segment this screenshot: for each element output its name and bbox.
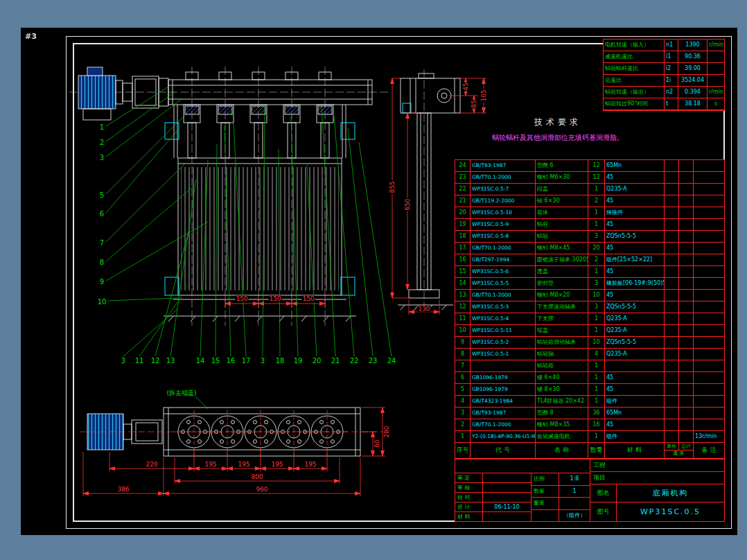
bom-cell-code: WP31SC.0.5-3 bbox=[471, 301, 536, 313]
dimension-label: 150 bbox=[301, 296, 315, 302]
bom-cell-total-weight bbox=[679, 254, 694, 265]
bom-cell-material: Q235-A bbox=[605, 349, 665, 360]
bom-cell-no: 7 bbox=[455, 360, 471, 371]
parameter-name: 蜗轮蜗杆速比 bbox=[604, 63, 665, 74]
bom-cell-total-weight bbox=[679, 431, 694, 442]
bom-cell-qty: 1 bbox=[588, 384, 605, 395]
bom-header-row: 序号 代 号 名 称 数量 材 料 单件 总计 重 量 备 注 bbox=[455, 443, 724, 458]
bom-row: 22 WP31SC.0.5-7 闷盖 1 Q235-A bbox=[455, 184, 724, 195]
parameter-unit: r/min bbox=[708, 87, 724, 98]
bom-cell-material: 组件[25×52×22] bbox=[605, 254, 665, 265]
bom-cell-total-weight bbox=[679, 290, 694, 301]
bom-cell-no: 16 bbox=[455, 254, 471, 265]
bom-cell-code: GB/T70.1-2000 bbox=[471, 243, 536, 254]
bom-row: 21 GB/T119.2-2000 销 6×30 2 45 bbox=[455, 195, 724, 207]
bom-cell-qty: 36 bbox=[588, 408, 605, 419]
bom-cell-material: 橡胶板[06-19#:9(50)50-4] bbox=[605, 278, 665, 289]
parameter-name: 总速比 bbox=[604, 75, 665, 86]
bom-cell-material: Q235-A bbox=[605, 184, 665, 195]
bom-header-total-weight: 总计 bbox=[679, 443, 693, 450]
parameter-unit bbox=[708, 75, 724, 86]
bom-cell-material: Q235-A bbox=[605, 325, 665, 336]
bom-cell-qty: 1 bbox=[588, 325, 605, 336]
callout-number: 16 bbox=[226, 358, 236, 365]
bom-cell-no: 3 bbox=[455, 408, 471, 419]
bom-cell-unit-weight bbox=[665, 160, 679, 171]
signature-value bbox=[483, 493, 531, 502]
parameter-row: 电机转速（输入） n1 1390 r/min bbox=[604, 40, 724, 51]
callout-number: 3 bbox=[121, 358, 126, 365]
bom-cell-qty: 1 bbox=[588, 219, 605, 230]
bom-cell-qty: 1 bbox=[588, 207, 605, 218]
bom-cell-note bbox=[694, 243, 724, 254]
bom-cell-note bbox=[694, 290, 724, 301]
bom-cell-no: 5 bbox=[455, 384, 471, 395]
parameter-value: 90.36 bbox=[678, 51, 708, 62]
title-block: 审 定 审 核 校 对 设 计 06-11-10 材 料 比例 bbox=[455, 459, 725, 522]
drawing-number-label: 图号 bbox=[590, 502, 617, 521]
bom-cell-code: GB/T93-1987 bbox=[471, 160, 536, 171]
bom-header-no: 序号 bbox=[455, 443, 471, 458]
parameter-unit: s bbox=[708, 98, 724, 110]
drawing-number-value: WP31SC.0.5 bbox=[617, 502, 724, 521]
bom-cell-unit-weight bbox=[665, 290, 679, 301]
title-block-attribute-row: （组件） bbox=[531, 510, 590, 523]
bom-cell-material: 45 bbox=[605, 243, 665, 254]
bom-cell-total-weight bbox=[679, 372, 694, 383]
bom-cell-unit-weight bbox=[665, 172, 679, 183]
bom-cell-qty: 4 bbox=[588, 349, 605, 360]
bom-cell-no: 20 bbox=[455, 207, 471, 218]
bom-cell-no: 4 bbox=[455, 396, 471, 407]
bom-cell-material: 45 bbox=[605, 290, 665, 301]
parameter-row: 蜗轮转速（输出） n2 0.394 r/min bbox=[604, 87, 724, 98]
bom-cell-qty: 12 bbox=[588, 172, 605, 183]
bom-cell-qty: 1 bbox=[588, 184, 605, 195]
callout-number: 8 bbox=[99, 259, 105, 266]
bom-cell-note bbox=[694, 207, 724, 218]
bom-cell-total-weight bbox=[679, 337, 694, 348]
title-block-identity: 工程 项目 图名 底厢机构 图号 WP31SC.0.5 bbox=[590, 460, 724, 521]
bom-row: 8 WP31SC.0.5-1 蜗轮轴 4 Q235-A bbox=[455, 349, 724, 360]
parameter-symbol: Σi bbox=[665, 75, 678, 86]
parameter-symbol: n1 bbox=[665, 40, 678, 51]
bom-cell-code: GB/T297-1994 bbox=[471, 254, 536, 265]
bom-header-code: 代 号 bbox=[471, 443, 536, 458]
bom-cell-unit-weight bbox=[665, 325, 679, 336]
bom-cell-unit-weight bbox=[665, 219, 679, 230]
title-block-attribute-row: 比例 1:8 bbox=[531, 473, 590, 486]
parameter-symbol: t bbox=[665, 98, 678, 110]
callout-number: 21 bbox=[331, 358, 341, 365]
bom-cell-material: ZQSn5-5-5 bbox=[605, 337, 665, 348]
bom-cell-note bbox=[694, 313, 724, 324]
bom-row: 19 WP31SC.0.5-9 蜗杆 1 45 bbox=[455, 219, 724, 231]
callout-number: 3 bbox=[99, 155, 105, 161]
bom-row: 12 WP31SC.0.5-3 下支撑滚动轴承 3 ZQSn5-5-5 bbox=[455, 301, 724, 313]
bom-cell-total-weight bbox=[679, 396, 694, 407]
bom-cell-no: 9 bbox=[455, 337, 471, 348]
bom-row: 9 WP31SC.0.5-2 蜗轮箱滑动轴承 10 ZQSn5-5-5 bbox=[455, 337, 724, 349]
bom-row: 15 WP31SC.0.5-6 透盖 1 45 bbox=[455, 266, 724, 278]
bom-cell-no: 12 bbox=[455, 301, 471, 313]
attribute-label: 数量 bbox=[531, 486, 559, 498]
bom-cell-unit-weight bbox=[665, 384, 679, 395]
bom-cell-name: 垫圈 6 bbox=[536, 160, 588, 171]
bom-cell-material: ZQSn5-5-5 bbox=[605, 231, 665, 242]
callout-number: 1 bbox=[99, 124, 105, 131]
bom-cell-note bbox=[694, 254, 724, 265]
bom-cell-name: 齿轮减速电机 bbox=[536, 431, 588, 442]
signature-label: 设 计 bbox=[455, 502, 483, 511]
callout-number: 24 bbox=[387, 358, 397, 365]
bom-cell-unit-weight bbox=[665, 431, 679, 442]
bom-cell-name: TL4联轴器 20×42 bbox=[536, 396, 588, 407]
signature-value bbox=[483, 512, 531, 521]
parameter-symbol: n2 bbox=[665, 87, 678, 98]
attribute-label: 比例 bbox=[531, 473, 559, 485]
bom-cell-no: 8 bbox=[455, 349, 471, 360]
bom-cell-total-weight bbox=[679, 419, 694, 430]
dimension-label: 85 bbox=[471, 99, 477, 108]
bom-cell-note bbox=[694, 278, 724, 289]
parameter-unit bbox=[708, 51, 724, 62]
bom-cell-name: 端盖 bbox=[536, 325, 588, 336]
callout-number: 6 bbox=[99, 211, 105, 218]
bom-cell-total-weight bbox=[679, 231, 694, 242]
